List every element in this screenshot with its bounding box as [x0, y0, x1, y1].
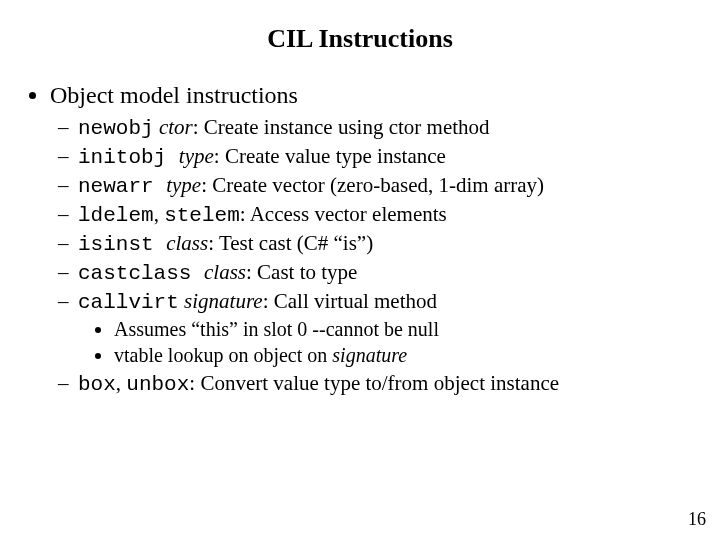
arg-text: ctor [159, 115, 193, 139]
list-item: ldelem, stelem: Access vector elements [78, 202, 692, 227]
arg-text: signature [184, 289, 263, 313]
note-text: vtable lookup on object on [114, 344, 332, 366]
list-item: newarr type: Create vector (zero-based, … [78, 173, 692, 198]
desc-text: : Create instance using ctor method [193, 115, 490, 139]
code-text: newobj [78, 117, 154, 140]
list-item: castclass class: Cast to type [78, 260, 692, 285]
arg-text: class [204, 260, 246, 284]
list-item: Assumes “this” in slot 0 --cannot be nul… [114, 318, 692, 341]
mid-text: , [154, 202, 165, 226]
page-number: 16 [688, 509, 706, 530]
desc-text: : Access vector elements [240, 202, 447, 226]
desc-text: : Test cast (C# “is”) [208, 231, 373, 255]
code-text: unbox [126, 373, 189, 396]
code-text: ldelem [78, 204, 154, 227]
desc-text: : Convert value type to/from object inst… [189, 371, 559, 395]
arg-text: type [166, 173, 201, 197]
code-text: isinst [78, 233, 166, 256]
arg-text: signature [332, 344, 407, 366]
list-item: initobj type: Create value type instance [78, 144, 692, 169]
slide: CIL Instructions Object model instructio… [0, 0, 720, 540]
list-item: callvirt signature: Call virtual method … [78, 289, 692, 367]
list-item: box, unbox: Convert value type to/from o… [78, 371, 692, 396]
code-text: newarr [78, 175, 166, 198]
mid-text: , [116, 371, 127, 395]
list-item: vtable lookup on object on signature [114, 344, 692, 367]
desc-text: : Create value type instance [214, 144, 446, 168]
code-text: box [78, 373, 116, 396]
heading-text: Object model instructions [50, 82, 298, 108]
code-text: initobj [78, 146, 179, 169]
desc-text: : Call virtual method [263, 289, 437, 313]
slide-title: CIL Instructions [28, 24, 692, 54]
code-text: callvirt [78, 291, 179, 314]
bullet-list-lvl2: newobj ctor: Create instance using ctor … [50, 115, 692, 396]
arg-text: type [179, 144, 214, 168]
code-text: stelem [164, 204, 240, 227]
bullet-list-lvl3: Assumes “this” in slot 0 --cannot be nul… [78, 318, 692, 367]
bullet-list-lvl1: Object model instructions newobj ctor: C… [28, 82, 692, 396]
list-item: isinst class: Test cast (C# “is”) [78, 231, 692, 256]
desc-text: : Cast to type [246, 260, 357, 284]
note-text: Assumes “this” in slot 0 --cannot be nul… [114, 318, 439, 340]
code-text: castclass [78, 262, 204, 285]
list-item: newobj ctor: Create instance using ctor … [78, 115, 692, 140]
arg-text: class [166, 231, 208, 255]
desc-text: : Create vector (zero-based, 1-dim array… [201, 173, 544, 197]
heading-bullet: Object model instructions newobj ctor: C… [50, 82, 692, 396]
